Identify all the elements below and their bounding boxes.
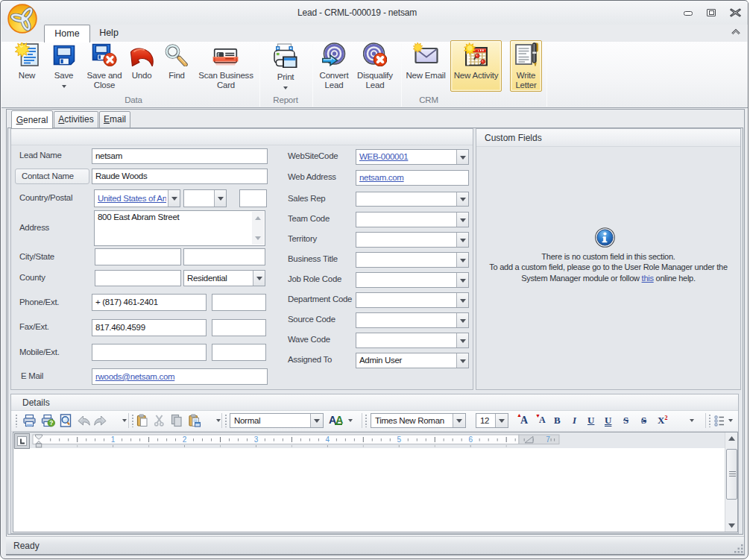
svg-text:2: 2	[183, 435, 187, 444]
svg-text:1: 1	[111, 435, 116, 444]
svg-text:7: 7	[546, 435, 550, 444]
svg-text:6: 6	[468, 435, 473, 444]
svg-text:3: 3	[254, 435, 259, 444]
svg-text:?: ?	[49, 419, 53, 427]
svg-text:4: 4	[326, 435, 330, 444]
svg-text:5: 5	[397, 435, 402, 444]
